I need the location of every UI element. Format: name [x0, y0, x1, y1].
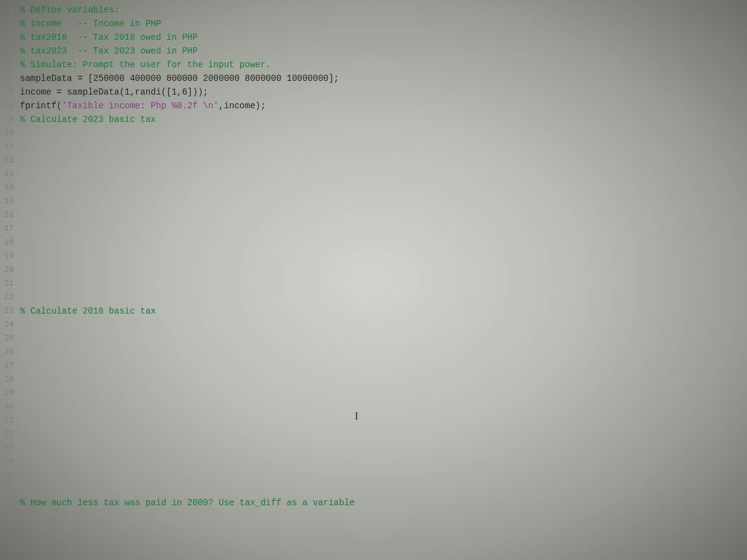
line-number: 20	[0, 263, 17, 277]
line-number: 11	[0, 140, 17, 154]
code-editor[interactable]: 1% Define variables:2% income -- Income …	[0, 0, 747, 560]
code-line[interactable]: 5% Simulate: Prompt the user for the inp…	[0, 58, 747, 72]
line-number: 25	[0, 332, 17, 345]
line-content[interactable]: % Define variables:	[17, 3, 120, 17]
code-token: fprintf(	[20, 101, 62, 111]
line-number: 32	[0, 427, 17, 441]
code-line[interactable]: 22	[0, 291, 747, 304]
line-number: 33	[0, 441, 17, 455]
line-number: 8	[0, 99, 17, 113]
code-token: % tax2018 -- Tax 2018 owed in PHP	[20, 32, 198, 42]
code-line[interactable]: 24	[0, 318, 747, 332]
code-token: % Calculate 2023 basic tax	[20, 114, 156, 124]
code-line[interactable]: 27	[0, 359, 747, 373]
line-content[interactable]: % Calculate 2023 basic tax	[17, 113, 156, 126]
line-number: 2	[0, 17, 17, 30]
code-line[interactable]: 25	[0, 332, 747, 345]
code-token: % Define variables:	[20, 5, 120, 15]
line-content[interactable]: % income -- Income in PHP	[17, 17, 161, 30]
code-token: 'Taxible income: Php %0.2f \n'	[62, 101, 218, 111]
code-line[interactable]: 6sampleData = [250000 400000 800000 2000…	[0, 72, 747, 85]
code-line[interactable]: 8fprintf('Taxible income: Php %0.2f \n',…	[0, 99, 747, 113]
line-number: 38	[0, 510, 17, 523]
code-token: 250000 400000 800000 2000000 8000000 100…	[93, 73, 329, 83]
code-line[interactable]: 23% Calculate 2018 basic tax	[0, 304, 747, 318]
line-content[interactable]: % Simulate: Prompt the user for the inpu…	[17, 58, 271, 72]
code-line[interactable]: 32	[0, 427, 747, 441]
line-number: 35	[0, 469, 17, 482]
line-number: 12	[0, 154, 17, 167]
code-line[interactable]: 33	[0, 441, 747, 455]
line-number: 4	[0, 44, 17, 58]
line-number: 22	[0, 291, 17, 304]
line-content[interactable]: fprintf('Taxible income: Php %0.2f \n',i…	[17, 99, 266, 113]
code-token: % income -- Income in PHP	[20, 19, 161, 29]
code-line[interactable]: 3% tax2018 -- Tax 2018 owed in PHP	[0, 30, 747, 44]
code-line[interactable]: 13	[0, 167, 747, 181]
line-number: 30	[0, 400, 17, 414]
code-token: ,income);	[218, 101, 266, 111]
line-content[interactable]: % tax2018 -- Tax 2018 owed in PHP	[17, 30, 198, 44]
line-number: 19	[0, 250, 17, 263]
line-number: 7	[0, 85, 17, 99]
code-line[interactable]: 9% Calculate 2023 basic tax	[0, 113, 747, 126]
code-line[interactable]: 28	[0, 373, 747, 386]
line-number: 36	[0, 482, 17, 496]
code-token: income = sampleData(1,randi([1,6]));	[20, 87, 208, 97]
line-number: 37	[0, 496, 17, 510]
line-number: 10	[0, 126, 17, 140]
code-line[interactable]: 36	[0, 482, 747, 496]
line-number: 1	[0, 3, 17, 17]
line-number: 21	[0, 277, 17, 291]
code-line[interactable]: 34	[0, 455, 747, 469]
code-line[interactable]: 20	[0, 263, 747, 277]
line-content[interactable]: income = sampleData(1,randi([1,6]));	[17, 85, 208, 99]
code-line[interactable]: 18	[0, 236, 747, 250]
line-number: 26	[0, 345, 17, 359]
line-number: 23	[0, 304, 17, 318]
code-line[interactable]: 38	[0, 510, 747, 523]
line-number: 34	[0, 455, 17, 469]
line-number: 13	[0, 167, 17, 181]
code-line[interactable]: 17	[0, 222, 747, 236]
line-number: 24	[0, 318, 17, 332]
line-number: 5	[0, 58, 17, 72]
code-line[interactable]: 35	[0, 469, 747, 482]
code-line[interactable]: 1% Define variables:	[0, 3, 747, 17]
code-line[interactable]: 12	[0, 154, 747, 167]
code-line[interactable]: 2% income -- Income in PHP	[0, 17, 747, 30]
code-token: % Simulate: Prompt the user for the inpu…	[20, 60, 271, 70]
line-content[interactable]: % How much less tax was paid in 2009? Us…	[17, 496, 355, 510]
line-number: 16	[0, 208, 17, 222]
text-cursor-icon: I	[355, 411, 358, 422]
line-number: 28	[0, 373, 17, 386]
line-number: 15	[0, 195, 17, 208]
code-line[interactable]: 30	[0, 400, 747, 414]
code-line[interactable]: 26	[0, 345, 747, 359]
line-number: 14	[0, 181, 17, 195]
code-line[interactable]: 4% tax2023 -- Tax 2023 owed in PHP	[0, 44, 747, 58]
code-line[interactable]: 19	[0, 250, 747, 263]
code-line[interactable]: 21	[0, 277, 747, 291]
line-content[interactable]: % Calculate 2018 basic tax	[17, 304, 156, 318]
code-line[interactable]: 37% How much less tax was paid in 2009? …	[0, 496, 747, 510]
code-line[interactable]: 31	[0, 414, 747, 427]
line-content[interactable]: sampleData = [250000 400000 800000 20000…	[17, 72, 339, 85]
code-line[interactable]: 7income = sampleData(1,randi([1,6]));	[0, 85, 747, 99]
code-token: % Calculate 2018 basic tax	[20, 306, 156, 316]
line-number: 29	[0, 386, 17, 400]
line-number: 18	[0, 236, 17, 250]
code-line[interactable]: 10	[0, 126, 747, 140]
line-number: 27	[0, 359, 17, 373]
line-content[interactable]: % tax2023 -- Tax 2023 owed in PHP	[17, 44, 198, 58]
line-number: 6	[0, 72, 17, 85]
code-line[interactable]: 16	[0, 208, 747, 222]
code-token: ];	[329, 73, 339, 83]
code-line[interactable]: 29	[0, 386, 747, 400]
code-token: % How much less tax was paid in 2009? Us…	[20, 498, 355, 508]
code-token: sampleData = [	[20, 73, 93, 83]
code-line[interactable]: 11	[0, 140, 747, 154]
code-line[interactable]: 14	[0, 181, 747, 195]
line-number: 3	[0, 30, 17, 44]
code-line[interactable]: 15	[0, 195, 747, 208]
